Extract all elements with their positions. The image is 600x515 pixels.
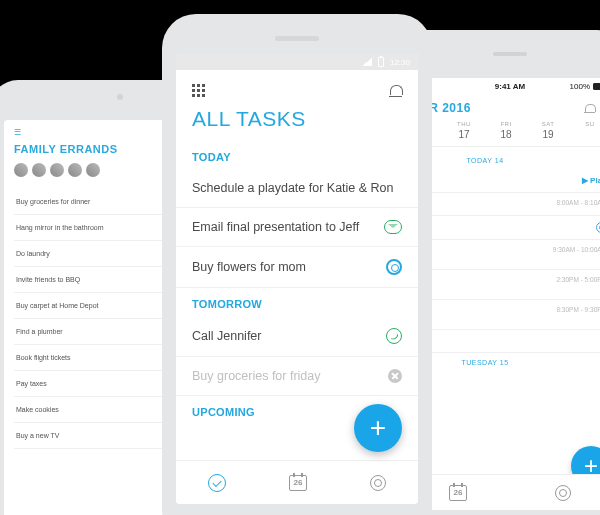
page-title: ALL TASKS (176, 101, 418, 141)
task-title: Schedule a playdate for Katie & Ron (192, 181, 394, 195)
email-icon[interactable] (384, 220, 402, 234)
weekday-name: SAT (527, 121, 569, 127)
phone-icon[interactable] (386, 328, 402, 344)
event-time: 2:30PM - 5:00PM (556, 276, 600, 283)
event-time: 8:30PM - 9:30PM (556, 306, 600, 313)
phone-tasks-screen: 12:30 ALL TASKS TODAY Schedule a playdat… (176, 54, 418, 504)
weekday-name: FRI (485, 121, 527, 127)
menu-grid-icon[interactable] (192, 84, 205, 97)
task-row[interactable]: Schedule a playdate for Katie & Ron (176, 169, 418, 208)
battery-icon (378, 57, 384, 67)
avatar[interactable] (32, 163, 46, 177)
task-row[interactable]: Email final presentation to Jeff (176, 208, 418, 247)
task-title: Call Jennifer (192, 329, 261, 343)
status-bar: 12:30 (176, 54, 418, 70)
reminder-icon[interactable] (386, 259, 402, 275)
bell-icon[interactable] (584, 103, 595, 114)
tasks-tabbar: 26 (176, 460, 418, 504)
phone-tasks-device: 12:30 ALL TASKS TODAY Schedule a playdat… (162, 14, 432, 515)
task-title: Buy flowers for mom (192, 260, 306, 274)
battery-text: 100% (570, 82, 590, 91)
weekday-name: SU (569, 121, 600, 127)
clear-icon[interactable] (388, 369, 402, 383)
avatar[interactable] (50, 163, 64, 177)
calendar-day-number: 26 (454, 488, 463, 497)
calendar-tab-icon[interactable]: 26 (449, 485, 467, 501)
weekday-num[interactable]: 17 (443, 129, 485, 140)
moment-tab-icon[interactable] (370, 475, 386, 491)
event-time: 8:00AM - 8:10AM (556, 199, 600, 206)
avatar[interactable] (86, 163, 100, 177)
calendar-tabbar: 26 (405, 474, 600, 510)
section-tomorrow: TOMORROW (176, 288, 418, 316)
calendar-tab-icon[interactable]: 26 (289, 475, 307, 491)
add-fab-button[interactable]: + (354, 404, 402, 452)
tasks-tab-icon[interactable] (208, 474, 226, 492)
weekday-name: THU (443, 121, 485, 127)
task-title: Email final presentation to Jeff (192, 220, 359, 234)
bell-icon[interactable] (389, 84, 402, 97)
weekday-num[interactable]: 19 (527, 129, 569, 140)
plan-button[interactable]: ▶ Plan (582, 176, 600, 185)
battery-icon (593, 83, 600, 90)
task-row[interactable]: Buy groceries for friday (176, 357, 418, 396)
weekday-num[interactable]: 18 (485, 129, 527, 140)
tasks-header (176, 70, 418, 101)
tablet-camera (117, 94, 123, 100)
tasks-tab-icon[interactable] (555, 485, 571, 501)
reminder-icon[interactable] (596, 222, 600, 233)
calendar-day-number: 26 (294, 478, 303, 487)
avatar[interactable] (68, 163, 82, 177)
task-title: Buy groceries for friday (192, 369, 321, 383)
task-row[interactable]: Buy flowers for mom (176, 247, 418, 288)
status-time: 9:41 AM (495, 82, 525, 91)
task-row[interactable]: Call Jennifer (176, 316, 418, 357)
section-today: TODAY (176, 141, 418, 169)
avatar[interactable] (14, 163, 28, 177)
status-time: 12:30 (390, 58, 410, 67)
phone-speaker (275, 36, 319, 41)
phone-speaker (493, 52, 527, 56)
signal-icon (362, 58, 372, 66)
event-time: 9:30AM - 10:00AM (553, 246, 600, 253)
